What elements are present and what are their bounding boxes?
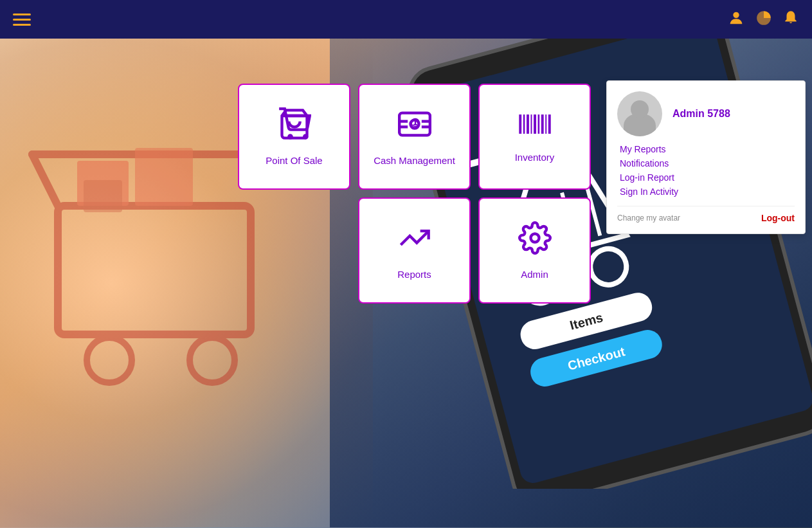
tile-pos-label: Point Of Sale <box>266 155 322 166</box>
tile-inventory-label: Inventory <box>515 152 555 163</box>
tile-reports[interactable]: Reports <box>358 197 471 304</box>
dropdown-links: My Reports Notifications Log-in Report S… <box>617 144 795 197</box>
tile-point-of-sale[interactable]: Point Of Sale <box>238 84 350 190</box>
avatar-head <box>631 100 649 118</box>
hamburger-menu[interactable] <box>13 14 31 26</box>
svg-rect-39 <box>545 114 546 134</box>
svg-rect-40 <box>548 114 550 134</box>
cart-icon <box>278 107 311 146</box>
avatar <box>617 91 662 136</box>
svg-rect-34 <box>527 114 529 134</box>
bell-icon[interactable] <box>782 10 799 29</box>
sign-in-activity-link[interactable]: Sign In Activity <box>620 187 795 197</box>
svg-point-24 <box>304 135 307 138</box>
cash-icon: ① <box>398 107 431 146</box>
tile-admin-label: Admin <box>521 269 548 280</box>
tile-admin[interactable]: Admin <box>478 197 591 304</box>
logout-button[interactable]: Log-out <box>761 213 795 223</box>
notifications-link[interactable]: Notifications <box>620 158 795 168</box>
hamburger-line-3 <box>13 24 31 26</box>
svg-rect-37 <box>537 114 539 134</box>
dropdown-footer: Change my avatar Log-out <box>617 206 795 223</box>
pie-chart-icon[interactable] <box>755 10 772 29</box>
main-content: Point Of Sale ① Cash Management <box>0 39 812 528</box>
svg-point-21 <box>733 12 739 18</box>
change-avatar-link[interactable]: Change my avatar <box>617 214 680 223</box>
tile-inventory[interactable]: Inventory <box>478 84 591 190</box>
svg-text:①: ① <box>410 116 419 129</box>
svg-point-41 <box>530 234 539 242</box>
tiles-row2: Reports Admin <box>358 197 591 304</box>
hamburger-line-2 <box>13 19 31 21</box>
login-report-link[interactable]: Log-in Report <box>620 172 795 183</box>
tile-cash-label: Cash Management <box>374 155 455 166</box>
svg-rect-35 <box>530 114 532 134</box>
dropdown-username: Admin 5788 <box>672 108 730 120</box>
reports-chart-icon <box>398 221 431 260</box>
svg-rect-38 <box>541 114 543 134</box>
svg-rect-36 <box>534 114 536 134</box>
my-reports-link[interactable]: My Reports <box>620 144 795 154</box>
navbar <box>0 0 812 39</box>
dropdown-header: Admin 5788 <box>617 91 795 136</box>
svg-rect-32 <box>519 114 521 134</box>
svg-point-23 <box>289 135 291 138</box>
user-dropdown: Admin 5788 My Reports Notifications Log-… <box>606 80 806 234</box>
tile-reports-label: Reports <box>397 269 431 280</box>
barcode-icon <box>518 111 552 143</box>
user-icon[interactable] <box>727 9 745 30</box>
nav-icons <box>727 9 799 30</box>
tile-cash-management[interactable]: ① Cash Management <box>358 84 471 190</box>
svg-rect-33 <box>523 114 525 134</box>
gear-icon <box>518 221 552 260</box>
hamburger-line-1 <box>13 14 31 15</box>
